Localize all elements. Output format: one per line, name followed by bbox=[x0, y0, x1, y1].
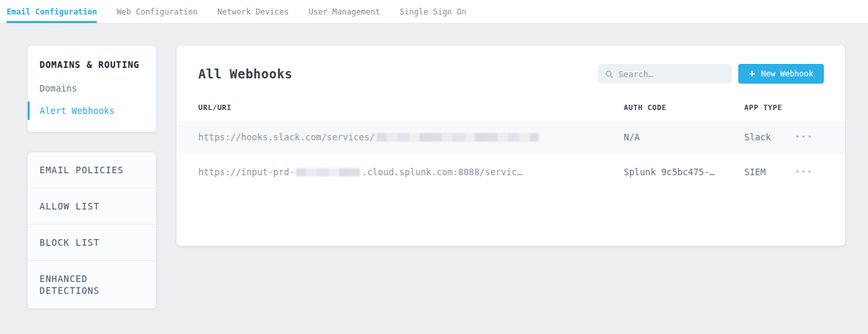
search-icon bbox=[605, 70, 613, 78]
search-box[interactable] bbox=[598, 64, 732, 84]
column-header-url-uri: URL/URI bbox=[198, 103, 624, 112]
tab-email-configuration[interactable]: Email Configuration bbox=[7, 0, 97, 23]
search-input[interactable] bbox=[618, 69, 724, 79]
panel-header: All Webhooks + New Webhook bbox=[176, 45, 845, 99]
sidebar-sections-card: EMAIL POLICIES ALLOW LIST BLOCK LIST ENH… bbox=[28, 152, 156, 308]
top-navigation: Email Configuration Web Configuration Ne… bbox=[0, 0, 868, 24]
plus-icon: + bbox=[749, 69, 755, 79]
sidebar-item-email-policies[interactable]: EMAIL POLICIES bbox=[28, 152, 156, 188]
page-layout: DOMAINS & ROUTING Domains Alert Webhooks… bbox=[0, 24, 868, 308]
sidebar-item-allow-list[interactable]: ALLOW LIST bbox=[28, 188, 156, 225]
new-webhook-label: New Webhook bbox=[761, 69, 813, 78]
table-row-splunk-webhook[interactable]: https://input-prd-.cloud.splunk.com:8088… bbox=[176, 153, 845, 191]
webhook-url: https://input-prd-.cloud.splunk.com:8088… bbox=[198, 167, 624, 177]
table-header: URL/URI AUTH CODE APP TYPE bbox=[176, 99, 845, 121]
app-type-value: SIEM bbox=[744, 167, 795, 177]
url-text: https://hooks.slack.com/services/ bbox=[198, 132, 375, 142]
tab-web-configuration[interactable]: Web Configuration bbox=[117, 0, 198, 23]
sidebar-item-block-list[interactable]: BLOCK LIST bbox=[28, 225, 156, 261]
row-actions: ••• bbox=[795, 166, 824, 178]
sidebar-item-alert-webhooks[interactable]: Alert Webhooks bbox=[28, 101, 156, 120]
ellipsis-menu-icon[interactable]: ••• bbox=[795, 131, 813, 143]
tab-network-devices[interactable]: Network Devices bbox=[217, 0, 288, 23]
webhooks-panel: All Webhooks + New Webhook URL/URI AUTH … bbox=[176, 45, 845, 246]
webhook-url: https://hooks.slack.com/services/ bbox=[198, 132, 624, 142]
redacted-url-segment bbox=[376, 133, 539, 142]
auth-code-value: Splunk 9c5bc475-… bbox=[624, 167, 744, 177]
auth-code-value: N/A bbox=[624, 132, 744, 142]
domains-routing-card: DOMAINS & ROUTING Domains Alert Webhooks bbox=[28, 45, 156, 132]
row-actions: ••• bbox=[795, 131, 824, 143]
ellipsis-menu-icon[interactable]: ••• bbox=[795, 166, 813, 178]
column-header-app-type: APP TYPE bbox=[744, 103, 795, 112]
sidebar-item-enhanced-detections[interactable]: ENHANCED DETECTIONS bbox=[28, 261, 156, 308]
domains-routing-title: DOMAINS & ROUTING bbox=[28, 59, 156, 70]
column-header-auth-code: AUTH CODE bbox=[624, 103, 744, 112]
url-text: https://input-prd- bbox=[198, 167, 294, 177]
page-title: All Webhooks bbox=[198, 67, 292, 81]
redacted-url-segment bbox=[296, 168, 360, 177]
url-text-suffix: .cloud.splunk.com:8088/servic… bbox=[362, 167, 522, 177]
sidebar: DOMAINS & ROUTING Domains Alert Webhooks… bbox=[28, 45, 156, 308]
table-row-slack-webhook[interactable]: https://hooks.slack.com/services/ N/A Sl… bbox=[176, 121, 845, 153]
app-type-value: Slack bbox=[744, 132, 795, 142]
tab-user-management[interactable]: User Management bbox=[308, 0, 379, 23]
sidebar-item-domains[interactable]: Domains bbox=[28, 79, 156, 97]
new-webhook-button[interactable]: + New Webhook bbox=[738, 64, 824, 84]
tab-single-sign-on[interactable]: Single Sign On bbox=[400, 0, 466, 23]
